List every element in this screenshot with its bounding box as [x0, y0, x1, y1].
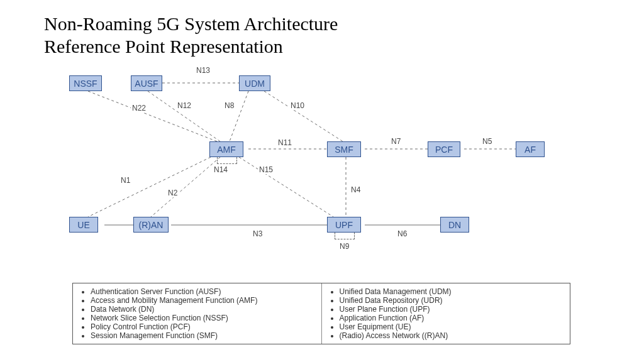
- node-ue: UE: [69, 217, 98, 233]
- legend-item: Authentication Server Function (AUSF): [91, 287, 315, 296]
- label-n8: N8: [223, 101, 235, 110]
- loop-n14: [217, 157, 237, 164]
- diagram-stage: NSSF AUSF UDM AMF SMF PCF AF UE (R)AN UP…: [63, 66, 579, 280]
- svg-line-2: [148, 91, 220, 141]
- label-n4: N4: [350, 185, 362, 194]
- legend-item: User Plane Function (UPF): [340, 305, 564, 314]
- legend-item: User Equipment (UE): [340, 322, 564, 331]
- label-n6: N6: [396, 229, 408, 238]
- node-upf: UPF: [327, 217, 361, 233]
- legend-item: Data Network (DN): [91, 305, 315, 314]
- legend-item: Session Management Function (SMF): [91, 331, 315, 340]
- node-pcf: PCF: [428, 141, 460, 157]
- label-n14: N14: [213, 165, 229, 174]
- loop-n9: [335, 233, 355, 239]
- legend-item: Network Slice Selection Function (NSSF): [91, 314, 315, 322]
- label-n3: N3: [252, 229, 264, 238]
- legend-item: Unified Data Management (UDM): [340, 287, 564, 296]
- label-n11: N11: [277, 138, 293, 147]
- legend-col-right: Unified Data Management (UDM) Unified Da…: [322, 283, 570, 344]
- svg-line-11: [239, 157, 333, 217]
- legend-item: Application Function (AF): [340, 314, 564, 322]
- title-line-2: Reference Point Representation: [44, 35, 338, 58]
- label-n2: N2: [167, 189, 179, 197]
- legend-item: Access and Mobility Management Function …: [91, 296, 315, 305]
- title-line-1: Non-Roaming 5G System Architecture: [44, 13, 338, 35]
- svg-line-9: [151, 157, 220, 217]
- node-smf: SMF: [327, 141, 361, 157]
- label-n15: N15: [258, 165, 274, 174]
- legend-item: Policy Control Function (PCF): [91, 322, 315, 331]
- svg-line-4: [264, 91, 343, 141]
- label-n1: N1: [119, 176, 131, 185]
- page-title: Non-Roaming 5G System Architecture Refer…: [44, 13, 338, 58]
- node-amf: AMF: [209, 141, 243, 157]
- label-n7: N7: [390, 137, 402, 146]
- legend-box: Authentication Server Function (AUSF) Ac…: [72, 283, 570, 344]
- node-dn: DN: [440, 217, 469, 233]
- svg-line-1: [88, 91, 217, 141]
- node-ausf: AUSF: [131, 75, 162, 91]
- legend-item: (Radio) Access Network ((R)AN): [340, 331, 564, 340]
- legend-col-left: Authentication Server Function (AUSF) Ac…: [73, 283, 322, 344]
- label-n9: N9: [338, 242, 350, 251]
- node-ran: (R)AN: [133, 217, 169, 233]
- svg-line-3: [230, 91, 248, 141]
- legend-item: Unified Data Repository (UDR): [340, 296, 564, 305]
- label-n22: N22: [131, 104, 147, 112]
- label-n12: N12: [176, 101, 192, 110]
- node-nssf: NSSF: [69, 75, 102, 91]
- node-af: AF: [516, 141, 545, 157]
- label-n5: N5: [481, 137, 493, 146]
- node-udm: UDM: [239, 75, 270, 91]
- connection-lines: [63, 66, 579, 280]
- svg-line-8: [88, 157, 211, 217]
- label-n10: N10: [289, 101, 306, 110]
- label-n13: N13: [195, 66, 211, 75]
